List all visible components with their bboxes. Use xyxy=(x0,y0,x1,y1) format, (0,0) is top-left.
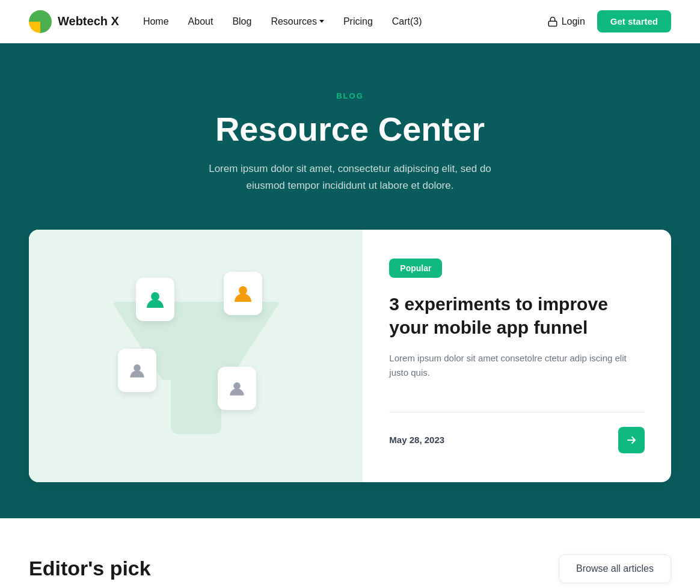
hero-subtitle: Lorem ipsum dolor sit amet, consectetur … xyxy=(194,161,506,193)
svg-point-1 xyxy=(151,292,159,301)
nav-about[interactable]: About xyxy=(188,16,213,27)
login-button[interactable]: Login xyxy=(547,16,585,27)
nav-pricing[interactable]: Pricing xyxy=(343,16,373,27)
nav-blog[interactable]: Blog xyxy=(232,16,251,27)
funnel-illustration xyxy=(100,260,292,452)
login-label: Login xyxy=(562,16,585,27)
svg-point-3 xyxy=(134,364,141,372)
editors-pick-section: Editor's pick Browse all articles xyxy=(0,518,700,588)
nav-right: Login Get started xyxy=(547,10,671,32)
featured-image xyxy=(29,230,363,482)
user-card-2 xyxy=(224,272,262,315)
hero-label: BLOG xyxy=(29,91,671,100)
logo-icon xyxy=(29,10,52,33)
chevron-down-icon xyxy=(319,20,324,23)
arrow-right-icon xyxy=(625,434,637,446)
nav-resources[interactable]: Resources xyxy=(271,16,324,27)
featured-section: Popular 3 experiments to improve your mo… xyxy=(0,230,700,518)
svg-point-4 xyxy=(233,382,241,390)
featured-date: May 28, 2023 xyxy=(389,435,444,445)
get-started-button[interactable]: Get started xyxy=(597,10,671,32)
hero-section: BLOG Resource Center Lorem ipsum dolor s… xyxy=(0,43,700,230)
brand-name: Webtech X xyxy=(58,14,119,28)
browse-all-articles-button[interactable]: Browse all articles xyxy=(559,554,671,583)
featured-title: 3 experiments to improve your mobile app… xyxy=(389,292,645,339)
editors-pick-title: Editor's pick xyxy=(29,557,151,580)
featured-description: Lorem ipsum dolor sit amet consetolre ct… xyxy=(389,351,645,380)
nav-home[interactable]: Home xyxy=(143,16,169,27)
navigation: Webtech X Home About Blog Resources Pric… xyxy=(0,0,700,43)
nav-cart[interactable]: Cart(3) xyxy=(392,16,422,27)
popular-badge: Popular xyxy=(389,259,442,278)
featured-card: Popular 3 experiments to improve your mo… xyxy=(29,230,671,482)
svg-point-2 xyxy=(239,286,247,295)
user-card-4 xyxy=(218,367,256,410)
editors-pick-header: Editor's pick Browse all articles xyxy=(29,554,671,583)
featured-footer: May 28, 2023 xyxy=(389,412,645,453)
lock-icon xyxy=(547,16,558,27)
read-more-button[interactable] xyxy=(618,427,645,453)
nav-links: Home About Blog Resources Pricing Cart(3… xyxy=(143,16,422,27)
user-card-1 xyxy=(136,278,174,321)
hero-title: Resource Center xyxy=(29,110,671,149)
svg-rect-0 xyxy=(548,21,557,26)
featured-content: Popular 3 experiments to improve your mo… xyxy=(363,230,671,482)
logo[interactable]: Webtech X xyxy=(29,10,119,33)
user-card-3 xyxy=(118,349,156,392)
